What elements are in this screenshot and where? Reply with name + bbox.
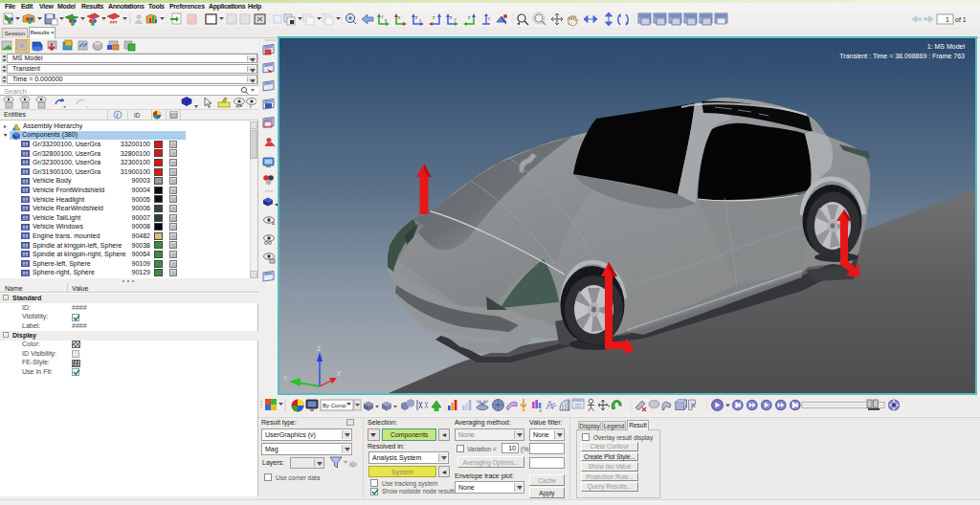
svg-text:z: z bbox=[450, 15, 453, 20]
svg-text:x: x bbox=[540, 408, 543, 413]
svg-text:Y: Y bbox=[381, 15, 384, 20]
svg-text:X: X bbox=[337, 370, 342, 377]
svg-text:x: x bbox=[398, 15, 401, 20]
svg-text:x: x bbox=[419, 18, 422, 23]
svg-text:x: x bbox=[488, 16, 491, 21]
svg-text:Z: Z bbox=[317, 345, 321, 352]
svg-text:Transient : Time = 38.098869 :: Transient : Time = 38.098869 : Frame 763 bbox=[839, 53, 965, 59]
svg-text:ID: ID bbox=[134, 112, 141, 119]
svg-text:By Comp: By Comp bbox=[323, 403, 346, 408]
svg-text:z: z bbox=[468, 15, 471, 20]
svg-text:Y: Y bbox=[283, 375, 288, 382]
svg-text:1: MS Model: 1: MS Model bbox=[927, 43, 966, 50]
svg-text:of 1: of 1 bbox=[955, 16, 967, 23]
svg-text:z: z bbox=[415, 15, 418, 20]
svg-text:PPT: PPT bbox=[110, 20, 118, 25]
svg-text:1: 1 bbox=[946, 16, 949, 23]
svg-text:z: z bbox=[433, 15, 435, 20]
svg-text:x: x bbox=[385, 18, 388, 23]
svg-text:Y: Y bbox=[454, 18, 457, 23]
